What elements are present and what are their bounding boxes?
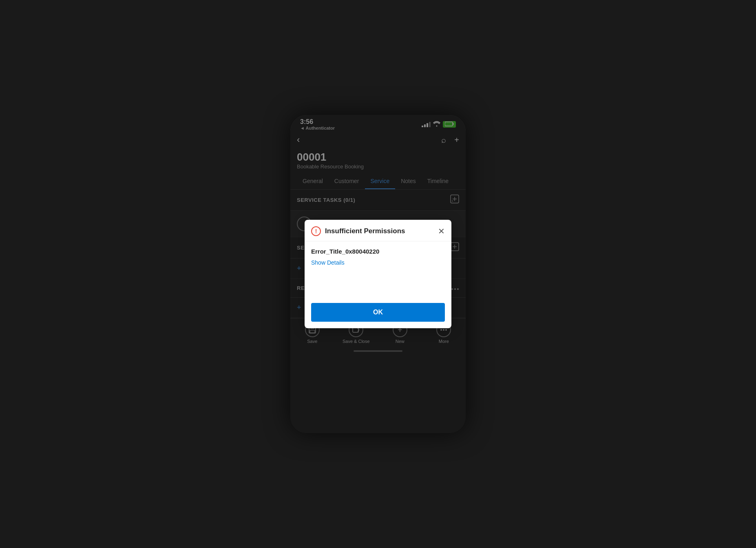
modal-close-button[interactable]: ✕ [438,226,445,236]
modal-title: Insufficient Permissions [325,227,405,235]
permissions-modal: ! Insufficient Permissions ✕ Error_Title… [305,220,451,328]
modal-body: Error_Title_0x80040220 Show Details [305,241,451,303]
ok-button[interactable]: OK [311,303,445,322]
modal-header: ! Insufficient Permissions ✕ [305,220,451,241]
phone-frame: 3:56 ◄ Authenticator ‹ ⌕ + 00001 [290,115,466,433]
show-details-link[interactable]: Show Details [311,259,345,266]
error-code: Error_Title_0x80040220 [311,248,445,255]
error-icon: ! [311,226,321,236]
modal-overlay: ! Insufficient Permissions ✕ Error_Title… [290,115,466,433]
